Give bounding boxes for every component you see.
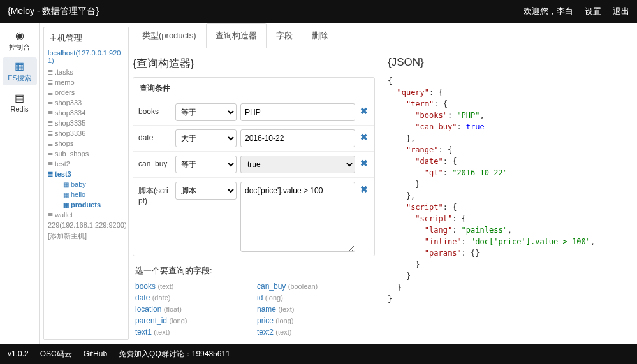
operator-select[interactable]: 等于 [175, 156, 237, 173]
nav-redis[interactable]: ▤ Redis [3, 88, 37, 116]
tree-item[interactable]: ≣.tasks [48, 67, 124, 77]
db-icon: ≣ [48, 120, 53, 127]
condition-label: 脚本(script) [138, 182, 172, 205]
condition-label: books [138, 103, 172, 116]
tree-item[interactable]: ▦baby [48, 179, 124, 189]
json-output: { "query": { "term": { "books": "PHP", "… [388, 75, 633, 305]
footer-qq[interactable]: 免费加入QQ群讨论：199435611 [119, 349, 230, 360]
tree-label: shop333 [55, 99, 82, 106]
tree-item-wallet[interactable]: ≣wallet [48, 210, 124, 220]
tree-item[interactable]: ≣sub_shops [48, 149, 124, 159]
condition-label: can_buy [138, 156, 172, 168]
footer-github[interactable]: GitHub [84, 349, 107, 358]
tab-builder[interactable]: 查询构造器 [206, 23, 267, 48]
operator-select[interactable]: 等于 [175, 103, 237, 121]
condition-value[interactable] [240, 182, 355, 252]
add-host-link[interactable]: [添加新主机] [48, 230, 124, 242]
fields-title: 选一个要查询的字段: [135, 265, 375, 277]
tree-item[interactable]: ▦hello [48, 189, 124, 200]
tree-item[interactable]: ≣test2 [48, 159, 124, 169]
tree-item-test3[interactable]: ≣test3 [48, 169, 124, 179]
tree-label: .tasks [55, 68, 73, 76]
panel-header: 查询条件 [133, 78, 374, 99]
settings-link[interactable]: 设置 [585, 6, 601, 17]
dashboard-icon: ◉ [15, 29, 24, 41]
db-icon: ≣ [48, 99, 53, 106]
tree-label: wallet [55, 211, 73, 219]
field-link[interactable]: parent_id (long) [135, 316, 251, 325]
tree-label: test3 [55, 170, 71, 178]
table-icon: ▦ [63, 201, 69, 208]
field-link[interactable]: name (text) [257, 305, 372, 314]
db-icon: ≣ [48, 110, 53, 117]
db-icon: ≣ [48, 89, 53, 96]
nav-es-label: ES搜索 [8, 73, 31, 83]
logout-link[interactable]: 退出 [613, 6, 629, 17]
app-title: {Meloy - 数据管理平台} [8, 6, 99, 17]
operator-select[interactable]: 大于 [175, 129, 237, 147]
nav-es[interactable]: ▦ ES搜索 [3, 57, 37, 85]
condition-row: books等于✖ [133, 99, 374, 126]
tree-item[interactable]: ≣shop3335 [48, 118, 124, 128]
tab-fields[interactable]: 字段 [267, 23, 302, 48]
db-icon: ≣ [48, 140, 53, 147]
table-icon: ▦ [63, 191, 69, 198]
tree-item[interactable]: ≣shop3336 [48, 128, 124, 138]
nav-console-label: 控制台 [9, 43, 30, 52]
field-link[interactable]: books (text) [135, 282, 251, 291]
condition-row: 脚本(script)脚本✖ [133, 178, 374, 256]
db-icon: ≣ [48, 79, 53, 86]
field-link[interactable]: text2 (text) [257, 328, 372, 337]
remove-icon[interactable]: ✖ [359, 103, 369, 119]
operator-select[interactable]: 脚本 [175, 182, 237, 200]
tree-item[interactable]: ≣memo [48, 77, 124, 87]
tree-label: orders [55, 89, 75, 96]
tree-item[interactable]: ≣orders [48, 87, 124, 98]
tree-label: sub_shops [55, 150, 89, 157]
builder-title: {查询构造器} [133, 56, 375, 71]
field-link[interactable]: id (long) [257, 293, 372, 302]
tree-label: shop3334 [55, 109, 85, 117]
json-title: {JSON} [388, 56, 633, 69]
field-link[interactable]: date (date) [135, 293, 251, 302]
field-link[interactable]: price (long) [257, 316, 372, 325]
db-icon: ≣ [48, 161, 53, 168]
condition-value[interactable] [240, 129, 355, 147]
condition-row: date大于✖ [133, 126, 374, 152]
tree-label: hello [71, 191, 85, 198]
redis-icon: ▤ [15, 92, 24, 104]
field-link[interactable]: text1 (text) [135, 328, 251, 337]
nav-console[interactable]: ◉ 控制台 [3, 27, 37, 55]
tree-label: shops [55, 140, 73, 147]
remove-icon[interactable]: ✖ [359, 129, 369, 145]
host2-text[interactable]: 229(192.168.1.229:9200) [48, 220, 124, 230]
tree-label: memo [55, 78, 75, 86]
condition-value[interactable] [240, 103, 355, 121]
tree-item[interactable]: ≣shop3334 [48, 108, 124, 118]
condition-value[interactable]: true [240, 156, 355, 173]
tab-delete[interactable]: 删除 [302, 23, 338, 48]
host-link[interactable]: localhost(127.0.0.1:9201) [48, 49, 124, 64]
db-icon: ≣ [48, 212, 53, 219]
db-icon: ≣ [48, 150, 53, 157]
condition-label: date [138, 129, 172, 142]
db-icon: ≣ [48, 130, 53, 137]
remove-icon[interactable]: ✖ [359, 182, 369, 197]
tree-item[interactable]: ≣shops [48, 138, 124, 149]
es-icon: ▦ [15, 60, 24, 72]
tree-item[interactable]: ≣shop333 [48, 98, 124, 108]
tab-type[interactable]: 类型(products) [133, 23, 206, 48]
db-icon: ≣ [48, 171, 53, 178]
condition-row: can_buy等于true✖ [133, 152, 374, 178]
footer-osc[interactable]: OSC码云 [40, 349, 72, 360]
footer-version: v1.0.2 [8, 349, 29, 358]
tree-label: baby [71, 180, 86, 188]
tree-item-products[interactable]: ▦products [48, 200, 124, 210]
db-icon: ≣ [48, 69, 53, 76]
remove-icon[interactable]: ✖ [359, 156, 369, 171]
tree-label: test2 [55, 160, 70, 168]
field-link[interactable]: can_buy (boolean) [257, 282, 372, 291]
field-link[interactable]: location (float) [135, 305, 251, 314]
tree-label: products [71, 201, 101, 208]
sidebar-title: 主机管理 [48, 33, 124, 44]
